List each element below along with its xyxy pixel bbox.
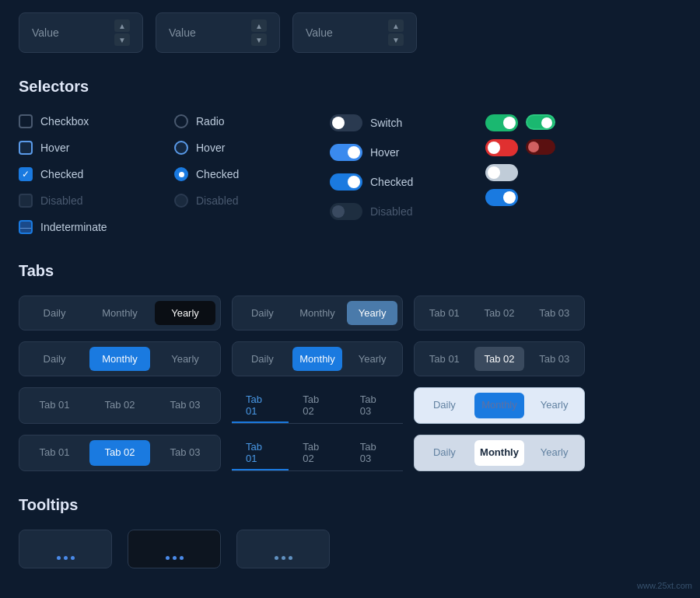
tab-yearly-1[interactable]: Yearly: [155, 301, 215, 325]
tab-yearly-3[interactable]: Yearly: [155, 347, 215, 371]
spinner-1-controls: ▲ ▼: [114, 19, 130, 46]
spinner-3-value: Value: [306, 26, 333, 39]
switch-hover-label: Hover: [370, 146, 399, 159]
radio-normal[interactable]: Radio: [174, 111, 330, 131]
radio-hover-circle[interactable]: [174, 141, 188, 155]
tooltip-box-2: [128, 530, 221, 568]
switch-normal-track[interactable]: [330, 114, 362, 131]
tab-ul-03-2[interactable]: Tab 03: [346, 435, 403, 470]
toggle-blue-knob: [503, 191, 516, 204]
checkbox-indeterminate-box[interactable]: —: [19, 220, 33, 234]
tab-ul-01-2[interactable]: Tab 01: [232, 435, 289, 470]
checkbox-normal[interactable]: Checkbox: [19, 111, 174, 131]
radio-checked[interactable]: Checked: [174, 164, 330, 184]
tooltip-dot-7: [275, 556, 278, 560]
tab-monthly-4[interactable]: Monthly: [292, 347, 343, 371]
switches-column: Switch Hover Checked Disabled: [330, 111, 485, 237]
tab-ul-02-2[interactable]: Tab 02: [289, 435, 345, 470]
switch-disabled-knob: [332, 205, 345, 218]
switch-hover[interactable]: Hover: [330, 141, 485, 164]
tabs-grid: Daily Monthly Yearly Daily Monthly Yearl…: [19, 296, 681, 471]
checkboxes-column: Checkbox Hover ✓ Checked Disabled — In: [19, 111, 174, 237]
tooltip-dot-2: [64, 556, 68, 560]
tab-02-1[interactable]: Tab 02: [474, 301, 525, 325]
toggle-red-dark-knob: [528, 142, 539, 152]
tab-03-3[interactable]: Tab 03: [155, 393, 215, 418]
radio-checked-circle[interactable]: [174, 167, 188, 181]
switch-normal[interactable]: Switch: [330, 111, 485, 135]
toggle-red-dark[interactable]: [526, 139, 555, 155]
checkbox-hover[interactable]: Hover: [19, 138, 174, 158]
tab-02-2[interactable]: Tab 02: [474, 347, 525, 371]
spinner-2-up[interactable]: ▲: [251, 19, 267, 32]
checkbox-disabled: Disabled: [19, 191, 174, 211]
tab-monthly-2[interactable]: Monthly: [292, 301, 343, 325]
toggle-red[interactable]: [485, 139, 518, 156]
radio-hover[interactable]: Hover: [174, 138, 330, 158]
toggle-green[interactable]: [485, 114, 518, 131]
spinner-2-down[interactable]: ▼: [251, 33, 267, 46]
tab-ul-01-1[interactable]: Tab 01: [232, 387, 289, 423]
switch-hover-track[interactable]: [330, 144, 362, 161]
watermark: www.25xt.com: [637, 581, 692, 590]
switch-disabled: Disabled: [330, 200, 485, 223]
tab-01-2[interactable]: Tab 01: [419, 347, 470, 371]
tab-monthly-light-1[interactable]: Monthly: [474, 393, 525, 418]
tab-daily-3[interactable]: Daily: [24, 347, 85, 371]
checkbox-checked[interactable]: ✓ Checked: [19, 164, 174, 184]
tab-daily-light-2[interactable]: Daily: [419, 440, 470, 466]
radio-normal-circle[interactable]: [174, 114, 188, 128]
minus-icon: —: [20, 222, 31, 233]
tab-group-plain-2: Tab 01 Tab 02 Tab 03: [19, 387, 221, 424]
switch-checked[interactable]: Checked: [330, 170, 485, 194]
tab-daily-4[interactable]: Daily: [237, 347, 288, 371]
tab-group-underline-tab01: Tab 01 Tab 02 Tab 03: [232, 387, 403, 424]
tab-ul-02-1[interactable]: Tab 02: [289, 387, 345, 423]
spinner-2-value: Value: [169, 26, 196, 39]
checkbox-checked-box[interactable]: ✓: [19, 167, 33, 181]
tab-group-light-white-monthly: Daily Monthly Yearly: [414, 435, 585, 471]
tab-03-1[interactable]: Tab 03: [529, 301, 579, 325]
spinner-3-down[interactable]: ▼: [388, 33, 404, 46]
tab-01-4[interactable]: Tab 01: [24, 440, 85, 466]
switch-checked-label: Checked: [370, 176, 413, 188]
tab-group-gray-tab02: Tab 01 Tab 02 Tab 03: [414, 341, 585, 376]
checkbox-hover-box[interactable]: [19, 141, 33, 155]
tab-03-4[interactable]: Tab 03: [155, 440, 215, 466]
tab-daily-light-1[interactable]: Daily: [419, 393, 470, 418]
tab-03-2[interactable]: Tab 03: [529, 347, 579, 371]
tab-ul-03-1[interactable]: Tab 03: [346, 387, 403, 423]
checkbox-indeterminate[interactable]: — Indeterminate: [19, 217, 174, 237]
tab-yearly-2[interactable]: Yearly: [347, 301, 397, 325]
tooltip-dots-3: [275, 556, 292, 565]
selectors-section: Selectors Checkbox Hover ✓ Checked Disab…: [19, 78, 681, 237]
tooltip-dot-9: [289, 556, 292, 560]
toggle-row-blue: [485, 189, 610, 206]
tab-yearly-light-1[interactable]: Yearly: [529, 393, 579, 418]
tab-monthly-1[interactable]: Monthly: [89, 301, 150, 325]
tab-daily-2[interactable]: Daily: [237, 301, 288, 325]
spinner-1-down[interactable]: ▼: [114, 33, 130, 46]
switch-checked-track[interactable]: [330, 173, 362, 191]
tab-02-3[interactable]: Tab 02: [89, 393, 150, 418]
spinner-3-up[interactable]: ▲: [388, 19, 404, 32]
tab-daily-1[interactable]: Daily: [24, 301, 85, 325]
tab-01-3[interactable]: Tab 01: [24, 393, 85, 418]
checkbox-normal-box[interactable]: [19, 114, 33, 128]
checkbox-normal-label: Checkbox: [40, 115, 89, 128]
tooltip-dot-6: [180, 556, 184, 560]
tab-yearly-4[interactable]: Yearly: [347, 347, 397, 371]
tab-monthly-light-2[interactable]: Monthly: [474, 440, 525, 466]
tab-monthly-3[interactable]: Monthly: [89, 347, 150, 371]
radio-disabled: Disabled: [174, 191, 330, 211]
tooltips-title: Tooltips: [19, 496, 681, 514]
toggle-blue[interactable]: [485, 189, 518, 206]
tab-02-4[interactable]: Tab 02: [89, 440, 150, 466]
tab-01-1[interactable]: Tab 01: [419, 301, 470, 325]
checkbox-disabled-label: Disabled: [40, 194, 82, 207]
tab-yearly-light-2[interactable]: Yearly: [529, 440, 579, 466]
toggle-green-outline[interactable]: [526, 114, 555, 130]
spinner-1-up[interactable]: ▲: [114, 19, 130, 32]
tab-divider-2: [232, 470, 403, 471]
toggle-white[interactable]: [485, 164, 518, 181]
